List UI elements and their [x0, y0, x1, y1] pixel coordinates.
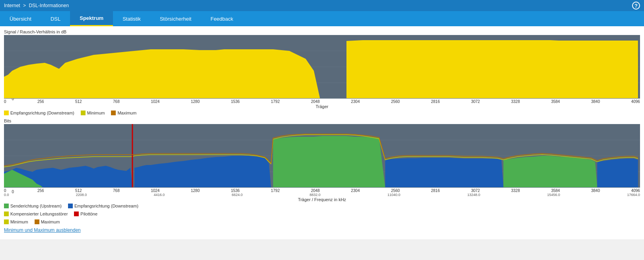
snr-x-label: Träger [4, 104, 640, 109]
bits-downstream-4 [597, 159, 638, 187]
bits-legend-maximum: Maximum [35, 219, 60, 224]
bits-legend-2: Kompensierter Leitungsstörer Pilottöne [4, 211, 640, 216]
snr-downstream-1 [4, 49, 320, 98]
bits-legend-maximum-label: Maximum [41, 219, 60, 224]
bits-legend-kompensiert-box [4, 211, 9, 216]
bits-downstream-2 [134, 156, 271, 187]
bits-upstream-2 [273, 136, 385, 187]
bits-chart-label: Bits [4, 118, 640, 123]
bits-legend-downstream-label: Empfangsrichtung (Downstream) [74, 204, 138, 208]
snr-legend-minimum-box [81, 111, 86, 115]
snr-chart-svg [4, 35, 640, 99]
hide-min-max-link[interactable]: Minimum und Maximum ausblenden [4, 227, 81, 233]
snr-legend-maximum-box [111, 111, 116, 115]
bits-legend-pilottone: Pilottöne [74, 211, 97, 216]
bits-legend-downstream: Empfangsrichtung (Downstream) [68, 204, 138, 208]
tab-ubersicht[interactable]: Übersicht [0, 11, 41, 26]
bits-x-axis-sub: 0.02208.04416.06624.0 8832.011040.013248… [4, 193, 640, 197]
breadcrumb-dsl-info: DSL-Informationen [29, 3, 69, 8]
tab-storsicherheit[interactable]: Störsicherheit [150, 11, 201, 26]
bits-legend-upstream-box [4, 204, 9, 208]
snr-legend: Empfangsrichtung (Downstream) Minimum Ma… [4, 111, 640, 115]
tab-feedback[interactable]: Feedback [201, 11, 243, 26]
bits-chart-wrapper: 12 8 4 0 [4, 124, 640, 202]
breadcrumb: Internet > DSL-Informationen ? [0, 0, 644, 11]
bits-legend-upstream: Senderichtung (Upstream) [4, 204, 62, 208]
bits-downstream-3 [385, 158, 503, 187]
tabs-bar: Übersicht DSL Spektrum Statistik Störsic… [0, 11, 644, 26]
bits-legend-3: Minimum Maximum [4, 219, 640, 224]
breadcrumb-separator: > [23, 3, 27, 8]
bits-x-axis: 0256512768 1024128015361792 204823042560… [4, 188, 640, 193]
help-icon[interactable]: ? [632, 2, 640, 10]
bits-legend: Senderichtung (Upstream) Empfangsrichtun… [4, 204, 640, 208]
bits-legend-pilottone-label: Pilottöne [80, 211, 97, 216]
snr-legend-maximum-label: Maximum [117, 111, 136, 115]
tab-dsl[interactable]: DSL [41, 11, 70, 26]
bits-legend-kompensiert-label: Kompensierter Leitungsstörer [10, 211, 68, 216]
bits-upstream-3 [504, 156, 597, 187]
tab-spektrum[interactable]: Spektrum [70, 11, 113, 26]
snr-downstream-3 [479, 49, 638, 98]
snr-legend-downstream: Empfangsrichtung (Downstream) [4, 111, 74, 115]
snr-legend-minimum-label: Minimum [87, 111, 105, 115]
bits-legend-minimum-label: Minimum [10, 219, 28, 224]
breadcrumb-internet[interactable]: Internet [4, 3, 20, 8]
snr-legend-downstream-label: Empfangsrichtung (Downstream) [10, 111, 74, 115]
snr-chart-wrapper: 60 40 20 0 [4, 35, 640, 109]
bits-legend-minimum-box [4, 219, 9, 224]
bits-chart-svg [4, 124, 640, 188]
bits-x-label: Träger / Frequenz in kHz [4, 197, 640, 202]
tab-statistik[interactable]: Statistik [113, 11, 150, 26]
snr-chart-section: Signal / Rausch-Verhältnis in dB 60 40 2… [4, 29, 640, 115]
bits-legend-maximum-box [35, 219, 39, 224]
main-content: Signal / Rausch-Verhältnis in dB 60 40 2… [0, 26, 644, 239]
bits-legend-minimum: Minimum [4, 219, 28, 224]
bits-legend-upstream-label: Senderichtung (Upstream) [10, 204, 62, 208]
snr-x-axis: 0256512768 1024128015361792 204823042560… [4, 99, 640, 104]
snr-chart-label: Signal / Rausch-Verhältnis in dB [4, 29, 640, 34]
bits-legend-kompensiert: Kompensierter Leitungsstörer [4, 211, 68, 216]
bits-chart-section: Bits 12 8 4 0 [4, 118, 640, 233]
snr-legend-minimum: Minimum [81, 111, 105, 115]
bits-legend-pilottone-box [74, 211, 79, 216]
bits-legend-downstream-box [68, 204, 73, 208]
snr-legend-maximum: Maximum [111, 111, 136, 115]
snr-legend-downstream-box [4, 111, 9, 115]
